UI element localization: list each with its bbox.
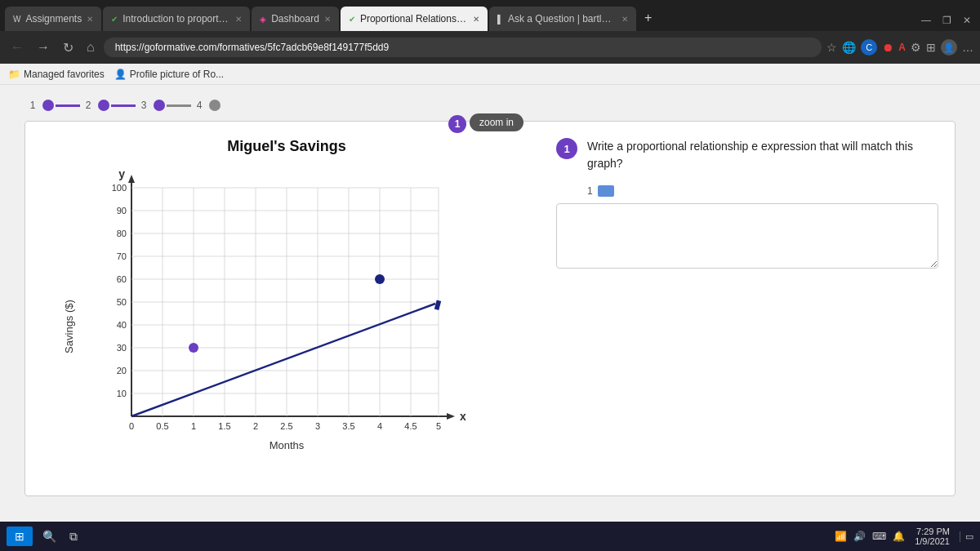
more-icon[interactable]: … <box>962 41 973 54</box>
new-tab-button[interactable]: + <box>638 7 658 29</box>
taskbar-volume-icon[interactable]: 🔊 <box>853 531 866 542</box>
svg-text:60: 60 <box>117 274 127 284</box>
translate-icon[interactable]: 🌐 <box>842 41 856 54</box>
taskbar-icons: 🔍 ⧉ <box>39 528 81 545</box>
tab-label-dashboard: Dashboard <box>271 13 319 24</box>
tab-bar: W Assignments ✕ ✔ Introduction to propor… <box>0 0 980 31</box>
svg-line-47 <box>131 304 435 416</box>
start-button[interactable]: ⊞ <box>7 527 33 546</box>
svg-marker-3 <box>447 413 455 420</box>
step-1-label: 1 <box>24 100 41 111</box>
tab-dashboard[interactable]: ◈ Dashboard ✕ <box>252 7 339 31</box>
tab-close-intro[interactable]: ✕ <box>235 15 242 24</box>
apps-icon[interactable]: ⊞ <box>926 41 936 54</box>
step-3-label: 3 <box>136 100 152 111</box>
tab-favicon-proportional: ✔ <box>349 15 355 24</box>
address-bar-row: ← → ↻ ⌂ ☆ 🌐 C ⏺ A ⚙ ⊞ 👤 … <box>0 31 980 64</box>
question-text: Write a proportional relationship e expr… <box>587 138 938 172</box>
svg-text:90: 90 <box>117 206 127 216</box>
svg-text:20: 20 <box>117 366 127 375</box>
svg-text:3.5: 3.5 <box>342 421 354 431</box>
question-header: 1 Write a proportional relationship e ex… <box>556 138 938 172</box>
step-line-2-3 <box>111 104 136 107</box>
svg-text:0.5: 0.5 <box>156 421 168 431</box>
zoom-in-button[interactable]: zoom in <box>470 113 523 131</box>
tab-close-ask[interactable]: ✕ <box>621 15 628 24</box>
taskbar-wifi-icon[interactable]: 📶 <box>835 531 847 542</box>
page-content: 1 2 3 4 Miguel's Savings 1 zoom in <box>0 85 980 504</box>
svg-text:80: 80 <box>117 229 127 238</box>
minimize-button[interactable]: — <box>917 13 935 28</box>
record-icon[interactable]: ⏺ <box>882 41 893 54</box>
tab-favicon-intro: ✔ <box>111 15 118 24</box>
data-point-2 <box>375 274 385 284</box>
close-window-button[interactable]: ✕ <box>959 13 975 28</box>
answer-textarea[interactable] <box>556 203 938 269</box>
svg-text:4.5: 4.5 <box>404 421 416 431</box>
svg-marker-2 <box>128 175 135 183</box>
browser-chrome: W Assignments ✕ ✔ Introduction to propor… <box>0 0 980 85</box>
forward-button[interactable]: → <box>33 38 54 56</box>
taskbar-right: 📶 🔊 ⌨ 🔔 7:29 PM 1/9/2021 ▭ <box>835 527 973 546</box>
step-line-1-2 <box>56 104 80 107</box>
question-section: 1 Write a proportional relationship e ex… <box>532 138 938 479</box>
step-4-label: 4 <box>191 100 207 111</box>
bookmark-profile-label: Profile picture of Ro... <box>130 69 224 80</box>
svg-text:y: y <box>118 167 125 180</box>
taskbar-task-view-icon[interactable]: ⧉ <box>66 528 81 545</box>
sub-question-number: 1 <box>587 185 593 197</box>
settings-icon[interactable]: ⚙ <box>911 41 921 54</box>
svg-text:4: 4 <box>377 421 382 431</box>
pdf-icon[interactable]: A <box>898 42 906 53</box>
taskbar-search-icon[interactable]: 🔍 <box>39 528 60 544</box>
step-3-dot[interactable] <box>154 100 165 111</box>
star-icon[interactable]: ☆ <box>826 41 837 54</box>
address-icons: ☆ 🌐 C ⏺ A ⚙ ⊞ 👤 … <box>826 39 973 56</box>
tab-intro[interactable]: ✔ Introduction to proportional re ✕ <box>103 7 250 31</box>
tab-proportional[interactable]: ✔ Proportional Relationship Equ ✕ <box>341 7 488 31</box>
user-account-icon[interactable]: 👤 <box>941 39 957 56</box>
address-input[interactable] <box>104 38 822 57</box>
tab-assignments[interactable]: W Assignments ✕ <box>5 7 101 31</box>
restore-button[interactable]: ❐ <box>938 13 956 28</box>
tab-ask[interactable]: ▌ Ask a Question | bartleby ✕ <box>489 7 636 31</box>
graph-section: Miguel's Savings 1 zoom in Savings ($) <box>42 138 532 479</box>
step-line-3-4 <box>167 104 191 107</box>
svg-text:30: 30 <box>117 343 127 353</box>
taskbar-notification-icon[interactable]: 🔔 <box>893 531 905 542</box>
svg-text:100: 100 <box>112 183 127 193</box>
question-number-badge: 1 <box>556 138 577 159</box>
home-button[interactable]: ⌂ <box>82 38 99 56</box>
tab-label-proportional: Proportional Relationship Equ <box>360 13 468 24</box>
taskbar-date: 1/9/2021 <box>915 536 950 546</box>
graph-question-badge: 1 <box>448 115 466 133</box>
tab-favicon-dashboard: ◈ <box>260 15 266 24</box>
svg-text:5: 5 <box>436 421 441 431</box>
svg-text:2: 2 <box>253 421 258 431</box>
taskbar-show-desktop-icon[interactable]: ▭ <box>960 531 973 542</box>
svg-text:3: 3 <box>315 421 320 431</box>
step-4-dot[interactable] <box>209 100 220 111</box>
svg-text:70: 70 <box>117 251 127 261</box>
svg-text:10: 10 <box>117 389 127 398</box>
tab-label-ask: Ask a Question | bartleby <box>508 13 617 24</box>
tab-close-dashboard[interactable]: ✕ <box>324 15 331 24</box>
x-axis-label: Months <box>270 439 305 451</box>
back-button[interactable]: ← <box>7 38 28 56</box>
tab-close-assignments[interactable]: ✕ <box>87 15 93 24</box>
step-2-label: 2 <box>80 100 96 111</box>
bookmark-managed-label: Managed favorites <box>24 69 105 80</box>
svg-text:1: 1 <box>191 421 196 431</box>
refresh-button[interactable]: ↻ <box>59 38 78 57</box>
step-1-dot[interactable] <box>42 100 54 111</box>
taskbar-clock: 7:29 PM 1/9/2021 <box>915 527 950 546</box>
graph-title: Miguel's Savings <box>42 138 532 155</box>
svg-text:40: 40 <box>117 320 127 330</box>
bookmark-profile[interactable]: 👤 Profile picture of Ro... <box>114 69 224 80</box>
bookmark-managed-favorites[interactable]: 📁 Managed favorites <box>8 69 105 80</box>
profile-icon[interactable]: C <box>861 39 877 56</box>
svg-text:0: 0 <box>129 421 134 431</box>
taskbar-keyboard-icon[interactable]: ⌨ <box>872 531 886 542</box>
tab-close-proportional[interactable]: ✕ <box>473 15 479 24</box>
step-2-dot[interactable] <box>98 100 109 111</box>
